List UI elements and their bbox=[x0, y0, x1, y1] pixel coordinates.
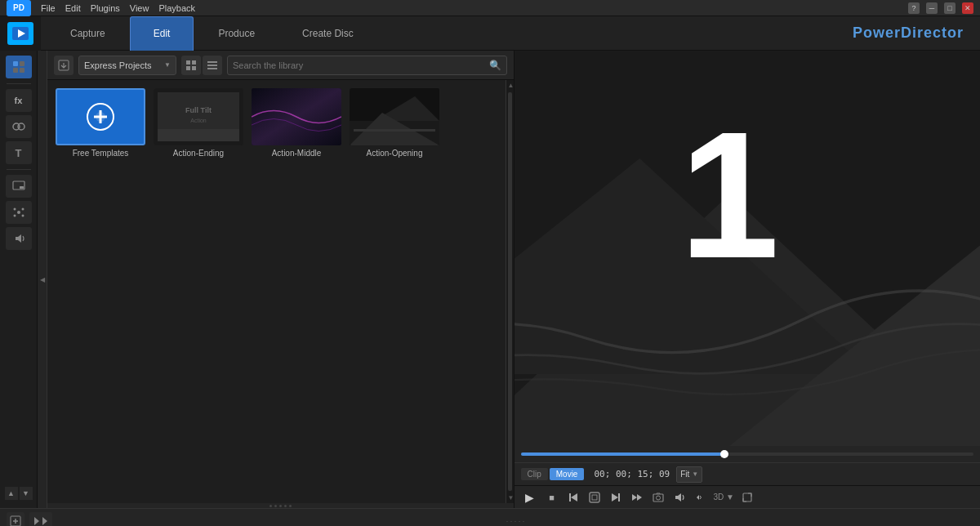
time-display: 00; 00; 15; 09 bbox=[594, 469, 670, 479]
preview-video: 1 bbox=[514, 51, 981, 446]
svg-rect-47 bbox=[618, 493, 620, 501]
app-title-text: PowerDirector bbox=[853, 25, 964, 41]
fit-dropdown[interactable]: Fit ▼ bbox=[676, 466, 702, 483]
transitions-btn[interactable] bbox=[6, 115, 32, 138]
svg-point-7 bbox=[18, 123, 24, 130]
timeline-toolbar: · · · · · bbox=[0, 509, 980, 526]
left-toolbar: fx T ▲ ▼ bbox=[0, 51, 38, 508]
tab-capture[interactable]: Capture bbox=[47, 16, 128, 51]
titles-btn[interactable]: T bbox=[6, 141, 32, 164]
content-scrollbar[interactable]: ▲ ▼ bbox=[506, 80, 514, 503]
action-ending-visual: Full Tilt Action bbox=[154, 88, 243, 145]
nav-tabs: Capture Edit Produce Create Disc bbox=[47, 16, 376, 51]
action-opening-visual bbox=[350, 88, 439, 145]
app-logo: PD bbox=[7, 0, 31, 16]
tab-edit[interactable]: Edit bbox=[130, 16, 194, 51]
preview-bg: 1 bbox=[514, 51, 981, 446]
list-item[interactable]: Action-Opening bbox=[350, 88, 439, 158]
prev-frame-btn[interactable] bbox=[565, 489, 581, 506]
clip-tab[interactable]: Clip bbox=[521, 468, 548, 480]
header-logo bbox=[0, 16, 41, 51]
express-projects-dropdown[interactable]: Express Projects ▼ bbox=[78, 56, 176, 75]
app-title: PowerDirector bbox=[853, 25, 964, 42]
next-frame-btn[interactable] bbox=[608, 489, 624, 506]
scroll-up-btn[interactable]: ▲ bbox=[506, 80, 514, 91]
resize-dots bbox=[270, 505, 292, 507]
menu-view[interactable]: View bbox=[130, 3, 149, 13]
svg-rect-18 bbox=[186, 66, 190, 70]
dropdown-arrow-icon: ▼ bbox=[164, 61, 171, 69]
movie-tab[interactable]: Movie bbox=[550, 468, 585, 480]
svg-point-11 bbox=[13, 208, 16, 211]
import-button[interactable] bbox=[54, 56, 74, 75]
scroll-down-btn[interactable]: ▼ bbox=[506, 493, 514, 503]
play-button[interactable]: ▶ bbox=[521, 488, 539, 506]
search-box: 🔍 bbox=[227, 56, 507, 75]
search-input[interactable] bbox=[233, 60, 486, 70]
svg-point-13 bbox=[13, 215, 16, 217]
svg-text:1: 1 bbox=[679, 95, 779, 296]
svg-rect-3 bbox=[20, 61, 24, 66]
tab-create-disc[interactable]: Create Disc bbox=[279, 16, 376, 51]
panel-collapse-up[interactable]: ▲ bbox=[5, 487, 18, 500]
svg-point-10 bbox=[17, 211, 20, 214]
volume-btn[interactable] bbox=[671, 489, 688, 506]
fast-forward-btn[interactable] bbox=[629, 489, 645, 506]
resize-dot-1 bbox=[270, 505, 272, 507]
maximize-button[interactable]: □ bbox=[944, 2, 956, 14]
snapshot-btn[interactable] bbox=[650, 489, 666, 506]
timeline-stitch-btn[interactable] bbox=[29, 512, 52, 527]
minimize-button[interactable]: ─ bbox=[926, 2, 938, 14]
content-panel: Express Projects ▼ 🔍 bbox=[47, 51, 514, 508]
menu-file[interactable]: File bbox=[41, 3, 56, 13]
media-library-btn[interactable] bbox=[6, 56, 32, 78]
panel-collapse-down[interactable]: ▼ bbox=[20, 487, 33, 500]
logo-text: PD bbox=[13, 3, 24, 12]
svg-marker-46 bbox=[612, 493, 618, 501]
list-item[interactable]: Free Templates bbox=[56, 88, 145, 158]
list-view-btn[interactable] bbox=[203, 56, 222, 75]
list-item[interactable]: Action-Middle bbox=[252, 88, 341, 158]
action-opening-thumb bbox=[350, 88, 439, 145]
grid-view-btn[interactable] bbox=[181, 56, 201, 75]
menu-plugins[interactable]: Plugins bbox=[91, 3, 120, 13]
scroll-thumb[interactable] bbox=[508, 92, 512, 491]
effects-btn[interactable]: fx bbox=[6, 89, 32, 112]
svg-marker-49 bbox=[637, 494, 642, 501]
menu-playback[interactable]: Playback bbox=[158, 3, 195, 13]
timeline-add-btn[interactable] bbox=[7, 512, 24, 527]
panel-collapse-arrow[interactable]: ◀ bbox=[38, 51, 47, 508]
svg-rect-36 bbox=[354, 129, 435, 132]
help-button[interactable]: ? bbox=[908, 2, 920, 14]
close-button[interactable]: ✕ bbox=[962, 2, 973, 14]
resize-dot-2 bbox=[274, 505, 277, 507]
svg-rect-9 bbox=[20, 186, 24, 189]
action-ending-label: Action-Ending bbox=[173, 149, 224, 158]
view-toggle-btns bbox=[181, 56, 222, 75]
menu-edit[interactable]: Edit bbox=[65, 3, 81, 13]
audio-btn[interactable] bbox=[6, 227, 32, 250]
svg-marker-43 bbox=[571, 493, 577, 501]
audio-btn-2[interactable] bbox=[693, 489, 709, 506]
particle-btn[interactable] bbox=[6, 201, 32, 224]
tab-produce[interactable]: Produce bbox=[195, 16, 278, 51]
collapse-icon: ◀ bbox=[40, 276, 45, 283]
toolbar-sep-2 bbox=[7, 169, 31, 170]
svg-text:Full Tilt: Full Tilt bbox=[185, 106, 212, 114]
loop-btn[interactable] bbox=[586, 489, 603, 506]
pip-btn[interactable] bbox=[6, 175, 32, 198]
fullscreen-btn[interactable] bbox=[739, 489, 755, 506]
free-templates-label: Free Templates bbox=[73, 149, 129, 158]
window-controls: ? ─ □ ✕ bbox=[908, 2, 973, 14]
resize-dot-4 bbox=[284, 505, 287, 507]
clip-movie-tabs: Clip Movie bbox=[521, 468, 585, 480]
panel-resize-handle[interactable] bbox=[47, 503, 514, 508]
svg-marker-48 bbox=[632, 494, 637, 501]
progress-thumb[interactable] bbox=[720, 450, 728, 458]
progress-track[interactable] bbox=[521, 452, 974, 456]
search-icon: 🔍 bbox=[489, 60, 501, 71]
3d-label[interactable]: 3D ▼ bbox=[714, 493, 734, 501]
stop-button[interactable]: ■ bbox=[544, 489, 560, 506]
svg-rect-21 bbox=[207, 65, 217, 66]
list-item[interactable]: Full Tilt Action Action-Ending bbox=[154, 88, 243, 158]
